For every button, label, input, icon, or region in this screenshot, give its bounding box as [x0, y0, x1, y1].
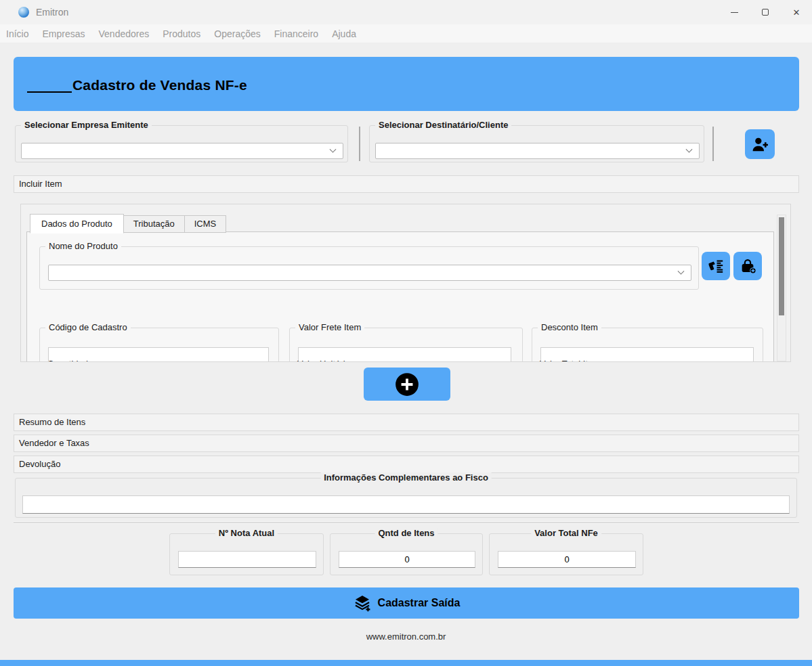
valor-unitario-label-clipped: Valor Unitário: [295, 359, 353, 362]
destinatario-group: Selecionar Destinatário/Cliente: [369, 125, 704, 162]
menu-item-vendedores[interactable]: Vendedores: [92, 28, 156, 39]
qntd-itens-input[interactable]: [339, 551, 475, 568]
layers-plus-icon: [353, 594, 372, 613]
menu-item-operacoes[interactable]: Operações: [207, 28, 267, 39]
divider: [14, 523, 799, 524]
tab-icms[interactable]: ICMS: [185, 215, 227, 233]
produto-nome-label: Nome do Produto: [45, 241, 121, 251]
valor-total-nfe-input[interactable]: [498, 551, 636, 568]
item-panel: Dados do Produto Tributação ICMS Nome do…: [20, 204, 791, 362]
resumo-itens-header[interactable]: Resumo de Itens: [14, 414, 799, 431]
emitente-group: Selecionar Empresa Emitente: [15, 125, 348, 162]
valor-total-nfe-group: Valor Total NFe: [489, 533, 643, 575]
globe-icon: [18, 7, 29, 18]
window-controls: ✕: [719, 0, 812, 24]
app-window: Emitron ✕ Início Empresas Vendedores Pro…: [0, 0, 812, 666]
nota-atual-group: Nº Nota Atual: [169, 533, 324, 575]
page-title: Cadastro de Vendas NF-e: [72, 77, 247, 93]
fisco-group: Informações Complementares ao Fisco: [15, 478, 797, 518]
close-icon: ✕: [793, 7, 800, 18]
destinatario-label: Selecionar Destinatário/Cliente: [375, 120, 511, 130]
tabpage-dados-do-produto: Nome do Produto Código de Cadastro Valor…: [26, 231, 774, 362]
qntd-itens-group: Qntd de Itens: [330, 533, 483, 575]
valor-total-nfe-label: Valor Total NFe: [531, 528, 601, 538]
cadastrar-saida-label: Cadastrar Saída: [378, 597, 461, 609]
chevron-down-icon: [330, 146, 337, 152]
minimize-icon: [731, 12, 738, 13]
selector-separator: [359, 127, 360, 161]
add-product-button[interactable]: [733, 252, 762, 280]
valor-frete-group: Valor Frete Item: [289, 328, 523, 362]
item-panel-scrollbar[interactable]: [777, 215, 786, 361]
button-separator: [712, 127, 714, 161]
minimize-button[interactable]: [719, 0, 750, 24]
codigo-cadastro-group: Código de Cadastro: [39, 328, 279, 362]
qntd-itens-label: Qntd de Itens: [375, 528, 437, 538]
valor-frete-label: Valor Frete Item: [295, 322, 364, 332]
destinatario-select[interactable]: [375, 143, 700, 159]
close-button[interactable]: ✕: [781, 0, 812, 24]
window-title: Emitron: [36, 7, 68, 18]
plus-circle-icon: [395, 372, 419, 397]
fisco-label: Informações Complementares ao Fisco: [320, 472, 492, 483]
barcode-scan-button[interactable]: [702, 252, 730, 280]
chevron-down-icon: [686, 146, 693, 152]
person-add-icon: [751, 135, 769, 154]
nota-atual-label: Nº Nota Atual: [215, 528, 278, 538]
emitente-select[interactable]: [21, 143, 343, 159]
fisco-input[interactable]: [22, 495, 790, 514]
codigo-cadastro-label: Código de Cadastro: [45, 322, 131, 332]
chevron-down-icon: [678, 267, 685, 274]
scrollbar-thumb[interactable]: [779, 217, 784, 315]
website-text: www.emitron.com.br: [0, 631, 812, 642]
barcode-scanner-icon: [707, 257, 725, 275]
bottom-accent-strip: [0, 660, 812, 666]
desconto-item-group: Desconto Item: [532, 328, 763, 362]
desconto-item-label: Desconto Item: [538, 322, 601, 332]
page-header: Cadastro de Vendas NF-e: [14, 57, 799, 111]
add-client-button[interactable]: [745, 129, 775, 159]
vendedor-taxas-header[interactable]: Vendedor e Taxas: [14, 435, 799, 452]
bag-plus-icon: [739, 257, 756, 275]
incluir-item-header[interactable]: Incluir Item: [14, 175, 799, 193]
cadastrar-saida-button[interactable]: Cadastrar Saída: [14, 587, 799, 619]
maximize-icon: [762, 9, 769, 16]
title-bar: Emitron ✕: [0, 0, 812, 24]
devolucao-header[interactable]: Devolução: [14, 456, 799, 473]
tab-tributacao[interactable]: Tributação: [124, 215, 185, 233]
valor-total-item-label-clipped: Valor Total Item: [537, 359, 603, 362]
quantidade-label-clipped: Quantidade: [45, 359, 95, 362]
tab-dados-do-produto[interactable]: Dados do Produto: [30, 214, 124, 234]
item-tabs: Dados do Produto Tributação ICMS: [30, 214, 226, 233]
menu-item-produtos[interactable]: Produtos: [156, 28, 207, 39]
nota-atual-input[interactable]: [178, 551, 316, 568]
add-item-button[interactable]: [364, 368, 450, 401]
menu-item-financeiro[interactable]: Financeiro: [268, 28, 325, 39]
menu-item-inicio[interactable]: Início: [0, 28, 35, 39]
menu-item-ajuda[interactable]: Ajuda: [325, 28, 363, 39]
emitente-label: Selecionar Empresa Emitente: [21, 120, 152, 130]
title-underline: [27, 91, 72, 93]
produto-nome-group: Nome do Produto: [39, 246, 699, 290]
produto-nome-select[interactable]: [48, 265, 691, 281]
maximize-button[interactable]: [750, 0, 781, 24]
menu-bar: Início Empresas Vendedores Produtos Oper…: [0, 24, 812, 43]
menu-item-empresas[interactable]: Empresas: [35, 28, 91, 39]
